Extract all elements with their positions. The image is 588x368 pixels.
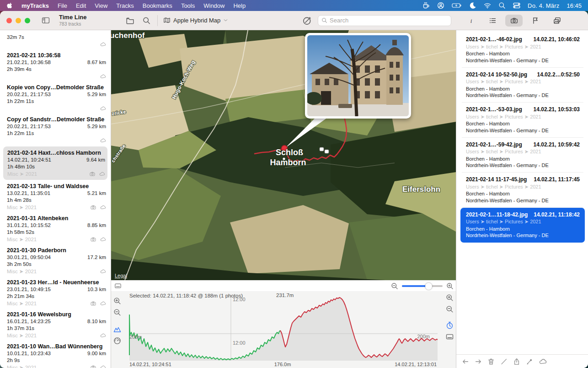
cloud-icon: [99, 171, 105, 177]
minimize-window-button[interactable]: [16, 18, 21, 23]
cloud-icon: [100, 74, 106, 79]
search-input[interactable]: [330, 17, 448, 24]
compose-icon[interactable]: [303, 16, 312, 25]
photo-popup[interactable]: [305, 33, 411, 119]
zoom-slider-knob[interactable]: [425, 283, 432, 290]
chart-zoom-out-icon[interactable]: [113, 308, 121, 316]
menu-item-window[interactable]: Window: [203, 2, 225, 9]
track-item[interactable]: 2021-01-16 Wewelsburg16.01.21, 14:23:258…: [0, 309, 111, 341]
search-field-icon: [321, 17, 327, 23]
list-view-button[interactable]: [484, 15, 501, 27]
photo-path-breadcrumb: Users ➤ tichel ➤ Pictures ➤ 2021: [466, 219, 580, 225]
photo-item[interactable]: 2021-02-1…-53-03.jpg14.02.21, 10:53:03Us…: [462, 103, 583, 138]
battery-charging-icon[interactable]: [452, 2, 462, 9]
speed-mode-icon[interactable]: [113, 337, 121, 345]
track-date: 20.02.21, 21:17:53: [7, 124, 51, 129]
photo-filename: 2021-02-1…11-18-42.jpg: [466, 211, 528, 218]
cloud-icon[interactable]: [539, 358, 547, 365]
track-photo-marker[interactable]: [325, 150, 329, 153]
menu-item-edit[interactable]: Edit: [76, 2, 86, 9]
track-item[interactable]: 2021-01-23 Her…ld - Neuenheerse23.01.21,…: [0, 277, 111, 308]
toolbar-map: Apple Hybrid Map: [111, 11, 456, 30]
back-icon[interactable]: [462, 358, 469, 365]
track-item[interactable]: 2021-02-13 Talle- und Waldsee13.02.21, 1…: [0, 181, 111, 212]
photo-path-breadcrumb: Users ➤ tichel ➤ Pictures ➤ 2021: [466, 114, 580, 120]
sidebar-toggle-icon[interactable]: [41, 16, 50, 24]
menu-item-view[interactable]: View: [95, 2, 107, 9]
menubar-date[interactable]: Do. 4. März: [528, 2, 559, 9]
cloud-icon: [100, 138, 106, 143]
wifi-icon[interactable]: [484, 2, 491, 9]
menu-item-help[interactable]: Help: [233, 2, 246, 9]
cloud-icon: [100, 333, 106, 338]
photos-view-button[interactable]: [548, 15, 566, 27]
photo-item[interactable]: 2021-02-14 10-52-50.jpg14.02.2…0:52:50Us…: [462, 68, 583, 103]
cloud-icon: [100, 106, 106, 111]
chart-zoom-out-right-icon[interactable]: [446, 305, 454, 313]
menu-item-tools[interactable]: Tools: [181, 2, 195, 9]
edit-slash-icon[interactable]: [500, 358, 508, 365]
elevation-mode-icon[interactable]: [113, 325, 121, 333]
menubar-time[interactable]: 16:45: [567, 2, 582, 9]
map-view[interactable]: uchenhofHugo-Koch-WegzrickechstraßeSchlo…: [111, 30, 456, 280]
track-item[interactable]: 2021-02-21 10:36:5821.02.21, 10:36:588.6…: [0, 50, 111, 81]
track-title: 2021-01-23 Her…ld - Neuenheerse: [7, 279, 106, 286]
photo-path-breadcrumb: Users ➤ tichel ➤ Pictures ➤ 2021: [466, 44, 580, 50]
map-label: Hamborn: [270, 158, 306, 167]
folder-icon[interactable]: [126, 16, 134, 25]
time-axis-icon[interactable]: [446, 321, 454, 329]
search-icon[interactable]: [142, 16, 151, 25]
track-item[interactable]: 2021-02-14 Haxt…chloss Hamborn14.02.21, …: [3, 146, 107, 180]
track-item[interactable]: Kopie von Copy…Detmolder Straße20.02.21,…: [0, 82, 111, 114]
user-account-icon[interactable]: [437, 2, 444, 9]
menu-item-bookmarks[interactable]: Bookmarks: [143, 2, 172, 9]
camera-view-button[interactable]: [505, 15, 523, 27]
photo-path-breadcrumb: Users ➤ tichel ➤ Pictures ➤ 2021: [466, 149, 580, 155]
chart-elevation-left: 200m: [129, 334, 142, 340]
flag-view-button[interactable]: [527, 15, 544, 27]
spotlight-search-icon[interactable]: [498, 2, 506, 9]
forward-icon[interactable]: [475, 358, 482, 365]
track-item[interactable]: 2021-01-31 Altenbeken31.01.21, 10:15:528…: [0, 213, 111, 244]
do-not-disturb-moon-icon[interactable]: [469, 2, 476, 9]
photo-item[interactable]: 2021-02-1…11-18-42.jpg14.02.21, 11:18:42…: [460, 208, 585, 243]
photo-item[interactable]: 2021-02-14 11-17-45.jpg14.02.21, 11:17:4…: [462, 173, 583, 208]
apple-icon[interactable]: [6, 2, 13, 9]
track-duration: 1h 48m 10s: [7, 164, 105, 169]
chevron-down-icon: [223, 18, 228, 23]
chart-zoom-in-icon[interactable]: [113, 297, 121, 305]
info-view-button[interactable]: i: [462, 15, 480, 27]
track-photo-marker[interactable]: [320, 147, 324, 151]
map-type-select[interactable]: Apple Hybrid Map: [163, 17, 228, 24]
hide-chart-icon[interactable]: [446, 333, 454, 341]
camera-icon: [510, 17, 518, 24]
track-item[interactable]: 32m 7s: [0, 31, 111, 49]
track-item[interactable]: 2021-01-10 Wan…Bad Wünnenberg10.01.21, 1…: [0, 341, 111, 368]
photo-item[interactable]: 2021-02-1…-46-02.jpg14.02.21, 10:46:02Us…: [462, 32, 583, 68]
photo-item[interactable]: 2021-02-1…-59-42.jpg14.02.21, 10:59:42Us…: [462, 138, 583, 173]
chart-zoom-in-right-icon[interactable]: [446, 294, 454, 302]
track-category: Misc ➤ 2021: [7, 204, 37, 211]
search-field[interactable]: [318, 15, 451, 26]
trash-icon[interactable]: [487, 358, 495, 365]
zoom-window-button[interactable]: [25, 18, 30, 23]
page-title: Time Line: [59, 14, 86, 21]
close-window-button[interactable]: [6, 18, 12, 23]
menu-item-file[interactable]: File: [58, 2, 67, 9]
control-center-icon[interactable]: [513, 2, 520, 9]
map-legal-link[interactable]: Legal: [115, 273, 127, 278]
map-zoom-in-icon[interactable]: [446, 282, 454, 290]
track-distance: 8.10 km: [87, 319, 106, 324]
share-icon[interactable]: [513, 358, 520, 365]
track-item[interactable]: 2021-01-30 Paderborn30.01.21, 09:50:0417…: [0, 245, 111, 276]
map-zoom-slider[interactable]: [402, 283, 443, 290]
coffee-cup-icon[interactable]: [422, 2, 430, 9]
elevation-chart[interactable]: Selected: 14.02.21, 11:18:42 @ 188m (1 p…: [111, 291, 456, 368]
menu-item-tracks[interactable]: Tracks: [116, 2, 134, 9]
hide-panel-icon[interactable]: [114, 282, 122, 289]
track-item[interactable]: Copy of Sandstr…Detmolder Straße20.02.21…: [0, 114, 111, 146]
map-zoom-out-icon[interactable]: [391, 282, 398, 290]
map-icon: [163, 17, 171, 24]
menu-app-name[interactable]: myTracks: [21, 2, 49, 9]
pin-icon[interactable]: [526, 358, 533, 365]
